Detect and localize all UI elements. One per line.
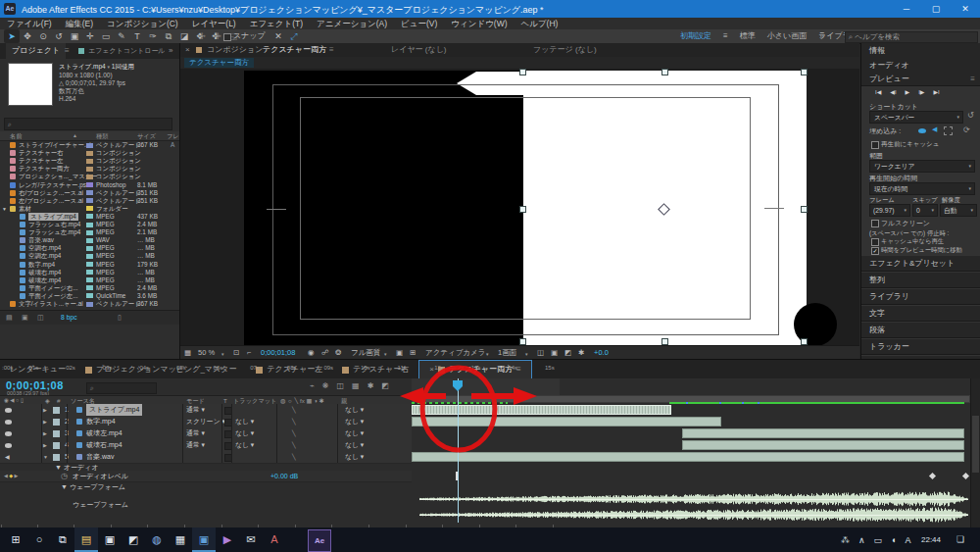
project-row[interactable]: レンガ/テクスチャー.psdPhotoshop8.1 MB xyxy=(0,181,179,189)
audio-keyframe-icon[interactable] xyxy=(962,473,969,479)
hide-shy-layers-icon[interactable]: ◫ xyxy=(337,381,345,390)
project-tabs-overflow-icon[interactable]: » xyxy=(169,43,172,59)
label-chip-icon[interactable] xyxy=(86,182,93,187)
timeline-button-icon[interactable]: ◩ xyxy=(564,346,571,360)
rotation-tool-icon[interactable]: ↺ xyxy=(51,29,67,43)
panel-preview-title[interactable]: プレビュー xyxy=(861,75,909,83)
layer-name[interactable]: 破壊右.mp4 xyxy=(86,439,122,451)
camera-tool-icon[interactable]: ▣ xyxy=(67,29,82,43)
project-row[interactable]: 平面イメージ右...MPEG2.4 MB xyxy=(0,284,179,292)
minimize-button[interactable]: ─ xyxy=(892,0,921,18)
task-view-button[interactable]: ⧉ xyxy=(51,527,74,552)
menu-item-3[interactable]: レイヤー(L) xyxy=(185,18,243,29)
motion-blur-icon[interactable]: ✱ xyxy=(368,381,374,390)
menu-item-8[interactable]: ヘルプ(H) xyxy=(514,18,565,29)
layer-parent-select[interactable]: なし ▾ xyxy=(345,404,364,416)
layer-expand-icon[interactable]: ▶ xyxy=(43,427,47,439)
layer-duration-bar[interactable] xyxy=(412,405,671,415)
play-from-select[interactable]: 現在の時間 xyxy=(870,185,907,192)
layer-expand-icon[interactable]: ▶ xyxy=(43,404,47,416)
layer-mode-select[interactable]: 通常 ▾ xyxy=(186,427,205,439)
app-dark-2-button[interactable]: ▦ xyxy=(169,527,192,552)
exposure-value[interactable]: +0.0 xyxy=(594,346,609,360)
volume-icon[interactable]: ◖ xyxy=(891,535,896,545)
zoom-tool-icon[interactable]: ⊙ xyxy=(35,29,51,43)
footage-dropdown-icon[interactable]: ▾ xyxy=(108,64,111,70)
label-chip-icon[interactable] xyxy=(86,214,93,219)
selection-handle[interactable] xyxy=(801,69,808,75)
last-frame-button[interactable]: ▶I xyxy=(933,88,939,95)
channel-icon[interactable]: ❂ xyxy=(335,346,341,360)
label-chip-icon[interactable] xyxy=(86,270,93,275)
layer-expand-icon[interactable]: ▼ xyxy=(43,451,48,463)
app-dark-1-button[interactable]: ◩ xyxy=(122,527,145,552)
frame-rate-select[interactable]: (29.97) xyxy=(870,207,895,214)
store-button[interactable]: ▣ xyxy=(98,527,122,552)
pan-behind-tool-icon[interactable]: ✛ xyxy=(82,29,98,43)
project-row[interactable]: 右/プロジェク...ース.aiベクトルアート351 KB xyxy=(0,189,179,197)
roi-icon[interactable]: ▣ xyxy=(396,346,403,360)
tab-project[interactable]: プロジェクト xyxy=(6,43,66,59)
composition-mini-flowchart-icon[interactable]: ⌁ xyxy=(310,381,315,390)
include-audio-icon[interactable]: ◀ xyxy=(932,125,937,133)
safe-margins-icon[interactable]: ⊡ xyxy=(233,346,239,360)
transparency-grid-icon[interactable]: ⊞ xyxy=(410,346,416,360)
layer-label-chip-icon[interactable] xyxy=(53,430,60,437)
help-search-input[interactable]: ⌕ ヘルプを検索 xyxy=(845,31,978,43)
project-row[interactable]: テクスチャー右コンポジション xyxy=(0,149,179,157)
project-row[interactable]: フラッシュ右.mp4MPEG2.4 MB xyxy=(0,221,179,228)
layer-duration-bar[interactable] xyxy=(682,440,964,450)
audio-level-value[interactable]: +0.00 dB xyxy=(270,471,298,481)
menu-item-5[interactable]: アニメーション(A) xyxy=(310,18,394,29)
fast-previews-icon[interactable]: ▣ xyxy=(551,346,558,360)
notification-center-icon[interactable]: ❏ xyxy=(956,527,964,552)
label-chip-icon[interactable] xyxy=(86,143,93,148)
panel-section-2[interactable]: ライブラリ xyxy=(861,288,980,305)
chrome-button[interactable]: ◍ xyxy=(145,527,169,552)
panel-audio[interactable]: オーディオ xyxy=(861,61,909,70)
label-chip-icon[interactable] xyxy=(86,151,93,156)
project-row[interactable]: ▼素材フォルダー xyxy=(0,205,179,213)
menu-item-4[interactable]: エフェクト(T) xyxy=(243,18,310,29)
label-chip-icon[interactable] xyxy=(86,302,93,307)
layer-visibility-icon[interactable] xyxy=(5,431,12,436)
close-tab-icon[interactable]: × xyxy=(185,43,190,57)
menu-item-6[interactable]: ビュー(V) xyxy=(394,18,444,29)
include-video-icon[interactable] xyxy=(918,128,926,133)
maximize-button[interactable]: ▢ xyxy=(921,0,951,18)
resolution-select[interactable]: 自動 xyxy=(941,207,957,214)
layer-mode-select[interactable]: 通常 ▾ xyxy=(186,404,205,416)
layer-expand-icon[interactable]: ▶ xyxy=(43,416,47,427)
new-composition-icon[interactable]: ◫ xyxy=(37,311,44,325)
project-row[interactable]: 左/プロジェク...ース.aiベクトルアート351 KB xyxy=(0,197,179,205)
interpret-footage-icon[interactable]: ▤ xyxy=(6,311,13,325)
project-search-input[interactable]: ⌕ xyxy=(4,118,172,130)
timeline-search-input[interactable]: ⌕ xyxy=(86,382,157,394)
viewer-current-time[interactable]: 0;00;01;08 xyxy=(261,346,295,360)
label-chip-icon[interactable] xyxy=(86,223,93,227)
layer-mode-select[interactable]: 通常 ▾ xyxy=(186,439,205,451)
selection-handle[interactable] xyxy=(801,338,808,345)
label-chip-icon[interactable] xyxy=(86,285,93,290)
adobe-app-button[interactable]: A xyxy=(263,527,286,552)
new-folder-icon[interactable]: ▣ xyxy=(22,311,28,325)
camera-view-value[interactable]: アクティブカメラ xyxy=(425,346,485,360)
composition-canvas[interactable] xyxy=(180,69,859,345)
layer-parent-select[interactable]: なし ▾ xyxy=(345,451,364,463)
column-frame[interactable]: フレ xyxy=(167,131,179,140)
project-row[interactable]: フラッシュ左.mp4MPEG2.1 MB xyxy=(0,228,179,236)
layer-trackmatte-select[interactable]: なし ▾ xyxy=(235,427,254,439)
shape-tool-icon[interactable]: ▭ xyxy=(98,29,114,43)
play-cached-checkbox[interactable] xyxy=(871,238,879,246)
project-row[interactable]: 文字/イラスト...ャー.aiベクトルアート367 KB xyxy=(0,300,179,308)
first-frame-button[interactable]: I◀ xyxy=(875,88,881,95)
layer-duration-bar[interactable] xyxy=(412,452,964,462)
cache-before-checkbox[interactable] xyxy=(871,141,879,149)
layer-label-chip-icon[interactable] xyxy=(53,454,60,461)
layer-name[interactable]: 数字.mp4 xyxy=(86,416,116,427)
tab-project-menu-icon[interactable]: ≡ xyxy=(65,43,70,59)
label-chip-icon[interactable] xyxy=(86,277,93,282)
project-row[interactable]: 音楽.wavWAV… MB xyxy=(0,236,179,244)
project-row[interactable]: プロジェクショ..._マスターコンポジション xyxy=(0,173,179,180)
flowchart-icon[interactable]: ✱ xyxy=(578,346,584,360)
